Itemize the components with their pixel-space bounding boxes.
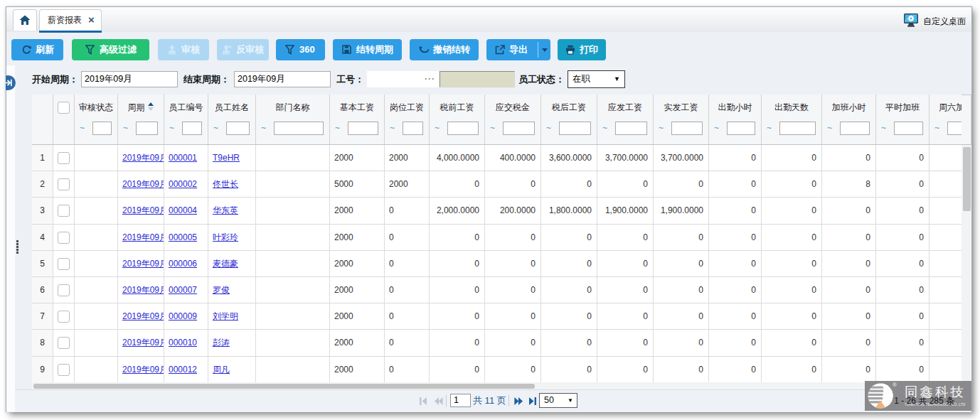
prev-page-icon[interactable] [434, 396, 442, 405]
column-header-ot_weekday[interactable]: 平时加班~ [876, 95, 930, 144]
emp_no-link[interactable]: 000001 [169, 153, 197, 163]
emp_no-link[interactable]: 000007 [169, 285, 197, 295]
column-header-attend_days[interactable]: 出勤天数~ [762, 95, 822, 144]
row-checkbox[interactable] [58, 311, 70, 323]
column-header-dept_name[interactable]: 部门名称~ [256, 95, 330, 144]
print-button[interactable]: 打印 [558, 39, 606, 60]
emp_no-link[interactable]: 000010 [169, 338, 197, 348]
splitter-drag-handle[interactable] [16, 240, 18, 254]
filter-operator-trigger[interactable]: ~ [123, 122, 128, 135]
export-button[interactable]: 导出 [486, 39, 550, 60]
emp_no-link[interactable]: 000005 [169, 232, 197, 242]
filter-operator-trigger[interactable]: ~ [767, 122, 772, 135]
customize-desktop-link[interactable]: 自定义桌面 [903, 13, 971, 28]
period-link[interactable]: 2019年09月 [122, 338, 164, 348]
period-link[interactable]: 2019年09月 [122, 205, 164, 215]
sort-asc-icon[interactable] [148, 102, 154, 111]
column-header-ot_saturday[interactable]: 周六加班~ [930, 95, 962, 144]
first-page-icon[interactable] [419, 396, 427, 405]
table-row[interactable]: 22019年09月000002佟世长500020000000000800 [32, 171, 962, 198]
column-header-audit_state[interactable]: 审核状态~ [75, 95, 118, 144]
period-link[interactable]: 2019年09月 [122, 232, 164, 242]
table-row[interactable]: 82019年09月000010彭涛200000000000000 [32, 330, 962, 356]
table-row[interactable]: 32019年09月000004华东英200002,000.0000200.000… [32, 198, 962, 224]
tab-close-icon[interactable]: × [87, 14, 96, 26]
filter-operator-trigger[interactable]: ~ [169, 122, 174, 135]
filter-operator-trigger[interactable]: ~ [881, 122, 886, 135]
filter-operator-trigger[interactable]: ~ [827, 122, 832, 135]
column-filter-input-base_pay[interactable] [348, 122, 378, 135]
period-link[interactable]: 2019年09月 [122, 285, 164, 295]
column-header-post_pay[interactable]: 岗位工资~ [385, 95, 430, 144]
table-row[interactable]: 12019年09月000001T9eHR200020004,000.000040… [32, 145, 962, 171]
column-header-base_pay[interactable]: 基本工资~ [330, 95, 385, 144]
emp_no-link[interactable]: 000009 [169, 311, 197, 321]
emp_name-link[interactable]: 彭涛 [213, 338, 230, 348]
next-page-icon[interactable] [514, 396, 523, 405]
column-filter-input-period[interactable] [136, 122, 158, 135]
column-filter-input-payable[interactable] [615, 122, 647, 135]
page-number-input[interactable]: 1 [450, 394, 471, 407]
table-row[interactable]: 72019年09月000009刘学明200000000000000 [32, 303, 962, 330]
emp_no-link[interactable]: 000002 [169, 179, 197, 189]
carry-period-button[interactable]: 结转周期 [333, 39, 402, 60]
row-checkbox[interactable] [58, 205, 70, 217]
last-page-icon[interactable] [528, 396, 537, 405]
row-checkbox[interactable] [58, 152, 70, 164]
row-checkbox[interactable] [58, 258, 70, 270]
vertical-scrollbar[interactable] [962, 145, 971, 382]
column-header-paid[interactable]: 实发工资~ [654, 95, 709, 144]
start-period-input[interactable]: 2019年09月 [81, 71, 178, 87]
filter-operator-trigger[interactable]: ~ [335, 122, 340, 135]
column-header-pretax_pay[interactable]: 税前工资~ [430, 95, 485, 144]
column-filter-input-dept_name[interactable] [274, 122, 324, 135]
period-link[interactable]: 2019年09月 [122, 259, 164, 269]
emp_name-link[interactable]: 麦德豪 [213, 259, 238, 269]
period-link[interactable]: 2019年09月 [122, 365, 164, 375]
emp_name-link[interactable]: 叶彩玲 [213, 232, 238, 242]
vertical-scrollbar-thumb[interactable] [963, 147, 971, 211]
select-all-checkbox[interactable] [58, 102, 70, 114]
column-filter-input-emp_name[interactable] [226, 122, 250, 135]
period-link[interactable]: 2019年09月 [122, 311, 164, 321]
emp-no-input[interactable]: ··· [367, 71, 439, 87]
table-row[interactable]: 42019年09月000005叶彩玲200000000000000 [32, 225, 962, 251]
filter-operator-trigger[interactable]: ~ [602, 122, 607, 135]
filter-operator-trigger[interactable]: ~ [435, 122, 440, 135]
column-filter-input-audit_state[interactable] [92, 122, 112, 135]
emp_no-link[interactable]: 000012 [169, 365, 197, 375]
column-header-tax_due[interactable]: 应交税金~ [485, 95, 541, 144]
refresh-button[interactable]: 刷新 [11, 39, 63, 60]
column-filter-input-aftertax_pay[interactable] [559, 122, 591, 135]
end-period-input[interactable]: 2019年09月 [234, 71, 331, 87]
view-360-button[interactable]: 360 [276, 39, 325, 60]
period-link[interactable]: 2019年09月 [122, 179, 164, 189]
advanced-filter-button[interactable]: 高级过滤 [72, 39, 149, 60]
column-filter-input-ot_weekday[interactable] [894, 122, 923, 135]
emp-no-picker-icon[interactable]: ··· [425, 71, 435, 87]
column-header-emp_no[interactable]: 员工编号~ [164, 95, 208, 144]
page-size-select[interactable]: 50 ▼ [539, 393, 577, 408]
column-header-aftertax_pay[interactable]: 税后工资~ [541, 95, 597, 144]
column-header-payable[interactable]: 应发工资~ [597, 95, 654, 144]
column-header-period[interactable]: 周期~ [118, 95, 164, 144]
expand-sidebar-button[interactable] [6, 75, 16, 90]
emp_name-link[interactable]: 华东英 [213, 205, 238, 215]
emp-status-select[interactable]: 在职 ▼ [568, 70, 625, 88]
column-filter-input-post_pay[interactable] [403, 122, 423, 135]
column-filter-input-ot_hours[interactable] [840, 122, 870, 135]
emp_name-link[interactable]: T9eHR [213, 153, 240, 163]
row-checkbox[interactable] [58, 178, 70, 190]
filter-operator-trigger[interactable]: ~ [934, 122, 939, 135]
period-link[interactable]: 2019年09月 [122, 153, 164, 163]
column-filter-input-emp_no[interactable] [182, 122, 202, 135]
filter-operator-trigger[interactable]: ~ [80, 122, 85, 135]
filter-operator-trigger[interactable]: ~ [261, 122, 266, 135]
emp_no-link[interactable]: 000004 [169, 205, 197, 215]
column-filter-input-paid[interactable] [671, 122, 703, 135]
table-row[interactable]: 62019年09月000007罗俊200000000000000 [32, 277, 962, 303]
tab-home[interactable] [13, 9, 37, 31]
column-header-ot_hours[interactable]: 加班小时~ [822, 95, 876, 144]
emp_no-link[interactable]: 000006 [169, 259, 197, 269]
filter-operator-trigger[interactable]: ~ [714, 122, 719, 135]
